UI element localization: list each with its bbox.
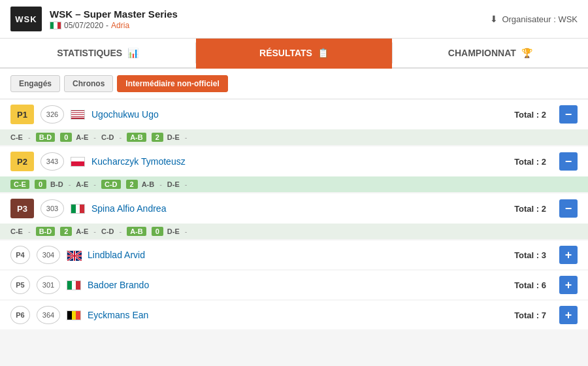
stat-label-ce-p3: C-E — [10, 227, 23, 235]
stat-label-ce-p1: C-E — [10, 133, 23, 141]
player-main-p3: P3 303 Spina Alfio Andrea Total : 2 − — [0, 193, 588, 224]
subtab-engages[interactable]: Engagés — [10, 75, 60, 92]
position-badge-p5: P5 — [10, 276, 30, 294]
player-name-p6[interactable]: Eyckmans Ean — [88, 310, 508, 320]
stat-label-bd-p3: B-D — [36, 227, 56, 236]
stats-row-p3: C-E - B-D 2 A-E - C-D - A-B 0 D-E - — [0, 224, 588, 239]
expand-btn-p4[interactable]: + — [559, 246, 578, 264]
player-total-p3: Total : 2 — [514, 204, 546, 214]
player-name-p5[interactable]: Badoer Brando — [88, 280, 508, 290]
player-name-p3[interactable]: Spina Alfio Andrea — [91, 203, 508, 214]
stats-row-p2: C-E 0 B-D - A-E - C-D 2 A-B - D-E - — [0, 176, 588, 192]
stat-label-ab-p1: A-B — [127, 133, 146, 142]
stat-value-bd-p3: 2 — [60, 227, 72, 236]
position-badge-p2: P2 — [10, 152, 34, 171]
header-info: WSK – Super Master Series 05/07/2020 - A… — [50, 8, 178, 30]
stats-icon: 📊 — [127, 48, 139, 58]
player-main-p2: P2 343 Kucharczyk Tymoteusz Total : 2 − — [0, 146, 588, 176]
expand-btn-p5[interactable]: + — [559, 276, 578, 294]
tab-statistiques-label: STATISTIQUES — [57, 48, 122, 58]
player-total-p4: Total : 3 — [514, 250, 546, 260]
stat-label-ae-p2: A-E — [76, 180, 88, 188]
stat-value-ce-p2: 0 — [35, 180, 46, 189]
stat-value-bd-p1: 0 — [60, 133, 72, 142]
dash-sep: - — [106, 21, 108, 30]
download-icon: ⬇ — [490, 14, 498, 24]
player-name-p1[interactable]: Ugochukwu Ugo — [91, 109, 508, 120]
player-main-p5: P5 301 Badoer Brando Total : 6 + — [0, 271, 588, 299]
player-total-p5: Total : 6 — [514, 280, 546, 290]
player-main-p1: P1 326 Ugochukwu Ugo Total : 2 − — [0, 99, 588, 129]
stat-label-ae-p3: A-E — [76, 227, 88, 235]
player-row: P4 304 Lindblad Arvid Total : 3 + — [0, 241, 588, 269]
expand-btn-p3[interactable]: − — [559, 199, 578, 218]
page-header: WSK WSK – Super Master Series 05/07/2020… — [0, 0, 588, 39]
results-icon: 📋 — [318, 48, 329, 58]
expand-btn-p1[interactable]: − — [559, 105, 578, 124]
wsk-logo: WSK — [10, 7, 42, 31]
position-badge-p3: P3 — [10, 199, 34, 218]
player-main-p6: P6 364 Eyckmans Ean Total : 7 + — [0, 301, 588, 329]
stat-label-de-p1: D-E — [167, 133, 180, 141]
stat-label-bd-p2: B-D — [50, 180, 63, 188]
player-name-p4[interactable]: Lindblad Arvid — [88, 250, 508, 260]
stat-value-cd-p2: 2 — [126, 180, 138, 189]
player-flag-p4 — [67, 250, 81, 260]
event-title: WSK – Super Master Series — [50, 8, 178, 20]
svg-rect-8 — [67, 255, 82, 256]
sub-tabs: Engagés Chronos Intermédiaire non-offici… — [0, 69, 588, 99]
subtab-chronos[interactable]: Chronos — [64, 75, 113, 92]
tab-championnat[interactable]: CHAMPIONNAT 🏆 — [393, 39, 588, 69]
stat-label-ab-p2: A-B — [142, 180, 155, 188]
player-number-p6: 364 — [37, 306, 60, 324]
player-flag-p6 — [67, 310, 81, 320]
main-tabs: STATISTIQUES 📊 RÉSULTATS 📋 CHAMPIONNAT 🏆 — [0, 39, 588, 69]
player-number-p3: 303 — [41, 199, 64, 218]
expand-btn-p6[interactable]: + — [559, 306, 578, 324]
stat-value-ab-p3: 0 — [152, 227, 163, 236]
subtab-intermediaire[interactable]: Intermédiaire non-officiel — [117, 75, 227, 92]
stat-label-cd-p2: C-D — [101, 180, 121, 189]
tab-statistiques[interactable]: STATISTIQUES 📊 — [0, 39, 195, 69]
player-row: P1 326 Ugochukwu Ugo Total : 2 − C-E - B… — [0, 99, 588, 145]
stat-label-cd-p1: C-D — [101, 133, 114, 141]
tab-championnat-label: CHAMPIONNAT — [448, 48, 516, 58]
stat-label-de-p3: D-E — [167, 227, 180, 235]
header-right: ⬇ Organisateur : WSK — [490, 14, 578, 24]
position-badge-p4: P4 — [10, 246, 30, 264]
player-row: P6 364 Eyckmans Ean Total : 7 + — [0, 301, 588, 329]
position-badge-p1: P1 — [10, 105, 34, 124]
organizer-text: Organisateur : WSK — [502, 14, 578, 24]
player-flag-p1 — [71, 110, 85, 120]
stats-row-p1: C-E - B-D 0 A-E - C-D - A-B 2 D-E - — [0, 129, 588, 145]
italy-flag — [50, 22, 61, 29]
event-location[interactable]: Adria — [111, 21, 129, 30]
logo-text: WSK — [15, 14, 37, 24]
player-number-p5: 301 — [37, 276, 60, 294]
stat-label-cd-p3: C-D — [101, 227, 114, 235]
player-row: P5 301 Badoer Brando Total : 6 + — [0, 271, 588, 299]
player-number-p1: 326 — [41, 105, 64, 124]
player-flag-p5 — [67, 280, 81, 290]
player-list: P1 326 Ugochukwu Ugo Total : 2 − C-E - B… — [0, 99, 588, 329]
player-flag-p3 — [71, 204, 85, 214]
player-number-p2: 343 — [41, 152, 64, 171]
tab-resultats[interactable]: RÉSULTATS 📋 — [196, 39, 391, 69]
player-number-p4: 304 — [37, 246, 60, 264]
player-name-p2[interactable]: Kucharczyk Tymoteusz — [91, 156, 508, 167]
expand-btn-p2[interactable]: − — [559, 152, 578, 171]
event-subtitle: 05/07/2020 - Adria — [50, 21, 178, 30]
player-main-p4: P4 304 Lindblad Arvid Total : 3 + — [0, 241, 588, 269]
stat-label-ce-p2: C-E — [10, 180, 29, 189]
stat-label-ae-p1: A-E — [76, 133, 88, 141]
stat-label-ab-p3: A-B — [127, 227, 146, 236]
event-date: 05/07/2020 — [64, 21, 103, 30]
tab-resultats-label: RÉSULTATS — [259, 48, 312, 58]
stat-value-ab-p1: 2 — [152, 133, 163, 142]
trophy-icon: 🏆 — [521, 48, 532, 58]
player-total-p2: Total : 2 — [514, 157, 546, 167]
stat-label-bd-p1: B-D — [36, 133, 56, 142]
player-total-p1: Total : 2 — [514, 110, 546, 120]
stat-label-de-p2: D-E — [167, 180, 180, 188]
position-badge-p6: P6 — [10, 306, 30, 324]
